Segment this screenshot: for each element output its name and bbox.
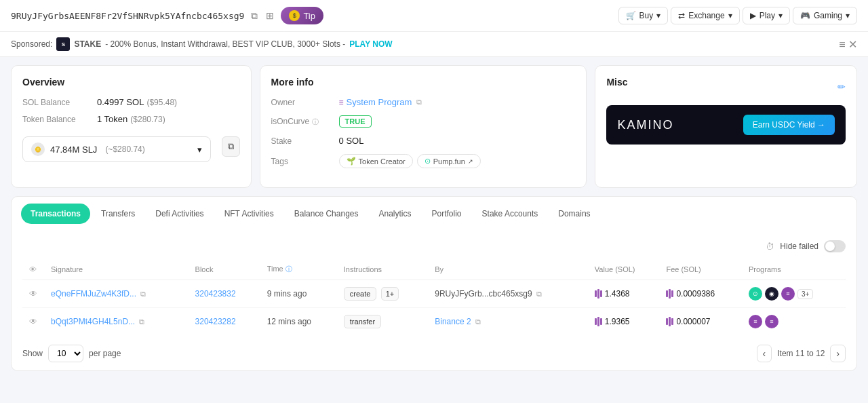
edit-icon[interactable]: ✏ <box>837 81 846 92</box>
col-programs: Programs <box>742 259 846 280</box>
hide-failed-switch[interactable] <box>824 240 846 252</box>
buy-button[interactable]: 🛒 Buy ▾ <box>618 7 669 24</box>
tab-analytics[interactable]: Analytics <box>369 204 420 224</box>
sol-balance-value: 0.4997 SOL <box>97 97 144 107</box>
row2-by-value[interactable]: Binance 2 ⧉ <box>435 317 581 326</box>
gaming-button[interactable]: 🎮 Gaming ▾ <box>793 7 857 24</box>
page-info: Item 11 to 12 <box>777 349 825 358</box>
tab-transactions[interactable]: Transactions <box>21 204 90 224</box>
overview-card: Overview SOL Balance 0.4997 SOL ($95.48)… <box>11 65 252 188</box>
bar2 <box>597 289 599 299</box>
play-icon: ▶ <box>750 11 756 20</box>
moreinfo-card: More info Owner ≡ System Program ⧉ isOnC… <box>260 65 587 188</box>
row1-block-link[interactable]: 320423832 <box>195 289 236 299</box>
row1-sig-link[interactable]: eQneFFMJuZw4K3fD... <box>51 289 136 299</box>
sponsored-bar: Sponsored: S STAKE - 200% Bonus, Instant… <box>0 32 868 57</box>
row2-programs-cell: ≡ ≡ <box>749 315 839 328</box>
list-icon[interactable]: ≡ ✕ <box>839 38 857 51</box>
pump-fun-tag[interactable]: ⊙ Pump.fun ↗ <box>417 154 481 168</box>
tab-portfolio[interactable]: Portfolio <box>422 204 471 224</box>
prev-page-button[interactable]: ‹ <box>757 345 772 362</box>
per-page-label: per page <box>89 349 121 358</box>
row2-by-copy[interactable]: ⧉ <box>475 318 481 326</box>
row2-copy-icon[interactable]: ⧉ <box>139 318 144 326</box>
pump-fun-icon: ⊙ <box>425 157 431 166</box>
row1-programs: ⊙ ◉ ≡ 3+ <box>742 280 846 308</box>
tab-defi-activities[interactable]: Defi Activities <box>146 204 213 224</box>
next-page-button[interactable]: › <box>830 345 846 362</box>
row1-block: 320423832 <box>189 280 260 308</box>
token-dropdown[interactable]: 🪙 47.84M SLJ (~$280.74) ▾ <box>22 136 211 162</box>
sol-balance-usd: ($95.48) <box>146 98 177 107</box>
row1-eye: 👁 <box>22 280 44 308</box>
sponsored-content: Sponsored: S STAKE - 200% Bonus, Instant… <box>11 37 393 51</box>
owner-value[interactable]: ≡ System Program ⧉ <box>339 97 422 107</box>
token-balance-label: Token Balance <box>22 115 97 124</box>
row2-block-link[interactable]: 320423282 <box>195 317 236 326</box>
token-creator-tag[interactable]: 🌱 Token Creator <box>339 154 413 168</box>
col-time: Time ⓘ <box>260 259 337 280</box>
stake-value: 0 SOL <box>339 136 364 146</box>
bar2 <box>669 317 671 326</box>
row2-eye-icon[interactable]: 👁 <box>29 317 37 326</box>
tab-balance-changes[interactable]: Balance Changes <box>285 204 368 224</box>
sol-bars-icon <box>595 317 602 326</box>
qr-code-button[interactable]: ⊞ <box>264 9 275 22</box>
gaming-icon: 🎮 <box>800 11 810 20</box>
table-header-row: 👁 Signature Block Time ⓘ Instructions By… <box>22 259 846 280</box>
bar1 <box>595 318 597 325</box>
prog-dot-2: ≡ <box>765 315 778 328</box>
sponsored-message: - 200% Bonus, Instant Withdrawal, BEST V… <box>105 39 345 49</box>
misc-header: Misc ✏ <box>606 77 846 97</box>
exchange-button[interactable]: ⇄ Exchange ▾ <box>671 7 739 24</box>
row1-fee: 0.0009386 <box>659 280 742 308</box>
fee-bars-icon <box>666 289 673 299</box>
row2-sol-value: 1.9365 <box>595 317 653 326</box>
copy-owner-icon[interactable]: ⧉ <box>416 98 422 107</box>
sol-balance-row: SOL Balance 0.4997 SOL ($95.48) <box>22 97 240 107</box>
stake-logo: S <box>56 37 70 51</box>
time-info-icon[interactable]: ⓘ <box>285 265 292 273</box>
tab-stake-accounts[interactable]: Stake Accounts <box>473 204 548 224</box>
prog-dot-green: ⊙ <box>749 287 762 301</box>
row1-by: 9RUyJFyGrb...cbc465xsg9 ⧉ <box>428 280 588 308</box>
row1-instructions: create 1+ <box>337 280 428 308</box>
play-button[interactable]: ▶ Play ▾ <box>743 7 790 24</box>
token-balance-value: 1 Token <box>97 114 127 124</box>
row1-copy-icon[interactable]: ⧉ <box>140 290 146 298</box>
tab-domains[interactable]: Domains <box>549 204 599 224</box>
help-icon[interactable]: ⓘ <box>312 118 319 126</box>
sol-bars-icon <box>595 289 602 299</box>
bar2 <box>597 317 599 326</box>
row2-sig-link[interactable]: bQqt3PMt4GH4L5nD... <box>51 317 135 326</box>
tip-button[interactable]: $ Tip <box>281 7 323 24</box>
chevron-down-icon: ▾ <box>197 145 202 155</box>
stake-label: Stake <box>271 136 339 146</box>
earn-usdc-button[interactable]: Earn USDC Yield → <box>743 115 835 135</box>
stake-row: Stake 0 SOL <box>271 136 576 146</box>
tip-icon: $ <box>289 10 300 21</box>
play-now-link[interactable]: PLAY NOW <box>349 39 392 49</box>
copy-token-button[interactable]: ⧉ <box>222 136 240 157</box>
col-eye: 👁 <box>22 259 44 280</box>
tab-nft-activities[interactable]: NFT Activities <box>215 204 283 224</box>
row2-transfer-badge: transfer <box>344 315 381 328</box>
token-name: 47.84M SLJ <box>50 145 97 155</box>
copy-address-button[interactable]: ⧉ <box>250 9 259 23</box>
prog-count-badge: 3+ <box>797 289 813 299</box>
col-instructions: Instructions <box>337 259 428 280</box>
row1-by-copy[interactable]: ⧉ <box>536 290 542 298</box>
row2-block: 320423282 <box>189 308 260 336</box>
isoncurve-row: isOnCurve ⓘ TRUE <box>271 115 576 128</box>
row2-programs: ≡ ≡ <box>742 308 846 336</box>
tab-transfers[interactable]: Transfers <box>92 204 144 224</box>
row1-sol-value: 1.4368 <box>595 289 653 299</box>
buy-icon: 🛒 <box>626 11 636 20</box>
bar2 <box>669 289 671 299</box>
row1-by-value: 9RUyJFyGrb...cbc465xsg9 <box>435 289 532 299</box>
bar3 <box>600 290 602 297</box>
per-page-select[interactable]: 10 25 50 <box>48 345 83 362</box>
row1-eye-icon[interactable]: 👁 <box>29 289 37 299</box>
tabs-container: Transactions Transfers Defi Activities N… <box>11 196 857 371</box>
row1-programs-cell: ⊙ ◉ ≡ 3+ <box>749 287 839 301</box>
